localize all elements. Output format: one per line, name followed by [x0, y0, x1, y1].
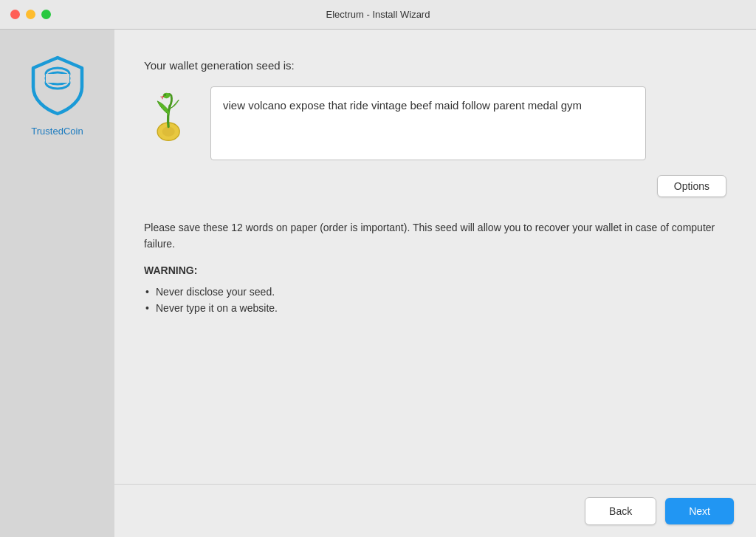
footer: Back Next — [114, 484, 756, 537]
warning-item-2: Never type it on a website. — [144, 300, 726, 316]
next-button[interactable]: Next — [665, 498, 734, 524]
window-controls[interactable] — [10, 10, 51, 19]
main-content: TrustedCoin Your wallet generation seed … — [0, 30, 756, 537]
sidebar-brand-label: TrustedCoin — [31, 126, 83, 137]
maximize-button[interactable] — [41, 10, 51, 19]
warning-item-1: Never disclose your seed. — [144, 284, 726, 300]
warning-label: WARNING: — [144, 264, 726, 276]
seed-phrase-box: view volcano expose that ride vintage be… — [210, 86, 646, 160]
trusted-coin-logo — [24, 52, 91, 118]
warning-section: Please save these 12 words on paper (ord… — [144, 219, 726, 317]
options-row: Options — [144, 175, 726, 197]
warning-list: Never disclose your seed. Never type it … — [144, 284, 726, 317]
svg-point-7 — [162, 92, 169, 98]
close-button[interactable] — [10, 10, 20, 19]
content-area: Your wallet generation seed is: — [114, 30, 756, 537]
seed-row: view volcano expose that ride vintage be… — [144, 86, 726, 160]
svg-point-8 — [164, 94, 165, 95]
window-title: Electrum - Install Wizard — [326, 9, 430, 20]
svg-point-6 — [162, 126, 174, 136]
title-bar: Electrum - Install Wizard — [0, 0, 756, 30]
scroll-area[interactable]: Your wallet generation seed is: — [114, 30, 756, 484]
svg-rect-4 — [46, 78, 69, 83]
seed-section-title: Your wallet generation seed is: — [144, 59, 726, 72]
warning-intro-text: Please save these 12 words on paper (ord… — [144, 219, 726, 253]
sidebar: TrustedCoin — [0, 30, 114, 537]
minimize-button[interactable] — [26, 10, 35, 19]
back-button[interactable]: Back — [585, 497, 656, 525]
sprout-icon — [144, 86, 196, 146]
options-button[interactable]: Options — [657, 175, 726, 197]
